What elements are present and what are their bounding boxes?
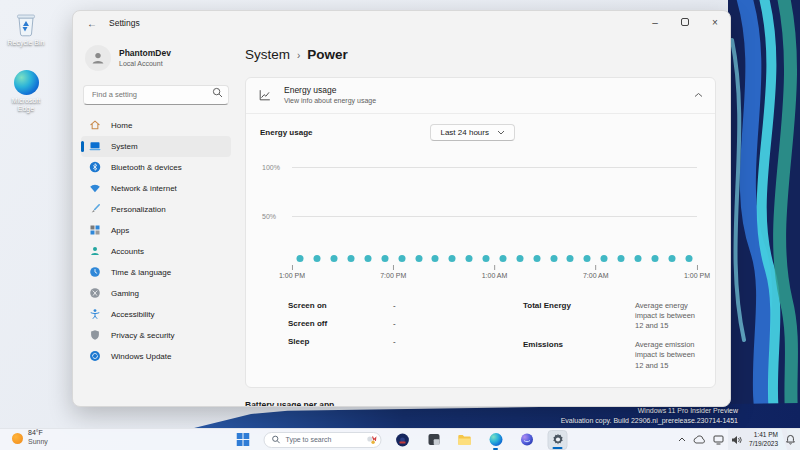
sidebar-item-gaming[interactable]: Gaming: [81, 283, 231, 304]
sidebar-item-network-internet[interactable]: Network & internet: [81, 178, 231, 199]
battery-usage-section: Battery usage per app Sort by:: [245, 400, 716, 406]
sidebar-item-label: Network & internet: [111, 184, 177, 193]
sidebar-item-time-language[interactable]: Time & language: [81, 262, 231, 283]
sidebar-item-label: Gaming: [111, 289, 139, 298]
desktop-icon-edge[interactable]: Microsoft Edge: [3, 70, 49, 112]
onedrive-icon[interactable]: [693, 435, 706, 444]
sidebar-item-accounts[interactable]: Accounts: [81, 241, 231, 262]
minimize-icon: –: [652, 17, 658, 28]
running-indicator: [553, 447, 563, 449]
sidebar-nav: Home System Bluetooth & devices Network …: [81, 115, 231, 367]
stat-screen-on: Screen on -: [288, 301, 523, 310]
x-tick: 7:00 AM: [583, 265, 609, 279]
account-summary[interactable]: PhantomDev Local Account: [81, 39, 231, 81]
x-tick: 1:00 AM: [482, 265, 508, 279]
chart-dot: [584, 255, 591, 262]
sidebar-item-apps[interactable]: Apps: [81, 220, 231, 241]
minimize-button[interactable]: –: [640, 11, 670, 33]
shield-icon: [89, 329, 101, 341]
sidebar-item-privacy-security[interactable]: Privacy & security: [81, 325, 231, 346]
sidebar: PhantomDev Local Account Home: [73, 35, 239, 406]
copilot-icon: [520, 433, 533, 446]
sidebar-item-label: Windows Update: [111, 352, 171, 361]
chart-dot: [668, 255, 675, 262]
chart-dot: [348, 255, 355, 262]
user-name: PhantomDev: [119, 48, 171, 59]
gear-icon: [551, 433, 564, 446]
system-tray: 1:41 PM 7/19/2023: [678, 429, 796, 450]
task-view-button[interactable]: [424, 430, 444, 450]
desktop-icon-label: Microsoft Edge: [3, 97, 49, 112]
chevron-down-icon: [497, 130, 505, 135]
taskbar-search[interactable]: Type to search: [264, 432, 382, 448]
chart-dot: [533, 255, 540, 262]
search-icon: [272, 435, 281, 444]
card-title: Energy usage: [284, 85, 376, 96]
maximize-button[interactable]: [670, 11, 700, 33]
x-tick: 1:00 PM: [279, 265, 305, 279]
battery-section-title: Battery usage per app: [245, 400, 716, 406]
sidebar-item-personalization[interactable]: Personalization: [81, 199, 231, 220]
copilot-button[interactable]: [517, 430, 537, 450]
chart-dot: [432, 255, 439, 262]
stat-value: -: [393, 337, 396, 346]
sidebar-item-home[interactable]: Home: [81, 115, 231, 136]
sidebar-item-label: Bluetooth & devices: [111, 163, 182, 172]
recycle-bin-icon: [13, 9, 39, 37]
y-tick-label: 100%: [262, 163, 280, 170]
time-range-dropdown[interactable]: Last 24 hours: [430, 124, 514, 141]
page-title: Power: [307, 47, 348, 62]
chart-plot: 100% 50%: [292, 167, 697, 265]
taskbar-clock[interactable]: 1:41 PM 7/19/2023: [749, 431, 778, 448]
apps-icon: [89, 224, 101, 236]
chevron-up-icon[interactable]: [694, 92, 703, 98]
taskbar: Type to search: [0, 428, 800, 450]
wifi-icon: [89, 182, 101, 194]
running-indicator: [493, 448, 498, 450]
breadcrumb-separator-icon: ›: [297, 50, 300, 61]
close-button[interactable]: ×: [700, 11, 730, 33]
chart-dot: [567, 255, 574, 262]
network-icon[interactable]: [713, 435, 724, 445]
notification-bell-icon[interactable]: [785, 434, 796, 445]
file-explorer-button[interactable]: [455, 430, 475, 450]
weather-condition: Sunny: [28, 438, 48, 447]
weather-widget[interactable]: 84°F Sunny: [6, 428, 54, 448]
wallpaper-bloom: [728, 0, 800, 450]
sidebar-item-accessibility[interactable]: Accessibility: [81, 304, 231, 325]
pinned-app-button[interactable]: [393, 430, 413, 450]
desktop-icon-recycle-bin[interactable]: Recycle Bin: [3, 9, 49, 47]
chart-dot: [381, 255, 388, 262]
chart-dot: [516, 255, 523, 262]
settings-window: ← Settings – ×: [72, 10, 731, 407]
sidebar-item-label: Home: [111, 121, 132, 130]
stat-label: Screen on: [288, 301, 393, 310]
chart-dot: [314, 255, 321, 262]
back-button[interactable]: ←: [83, 14, 101, 32]
sidebar-item-label: Privacy & security: [111, 331, 175, 340]
stat-total-energy: Total Energy Average energy impact is be…: [523, 301, 701, 331]
home-icon: [89, 119, 101, 131]
hidden-icons-chevron-icon[interactable]: [678, 437, 686, 442]
chart-dot: [483, 255, 490, 262]
settings-button[interactable]: [548, 430, 568, 450]
energy-usage-card-header[interactable]: Energy usage View info about energy usag…: [246, 78, 715, 113]
breadcrumb-root[interactable]: System: [245, 47, 290, 62]
edge-button[interactable]: [486, 430, 506, 450]
chart-icon: [258, 88, 272, 102]
edge-icon: [489, 433, 502, 446]
settings-search-input[interactable]: [83, 85, 229, 105]
windows-logo-icon: [236, 433, 249, 446]
brush-icon: [89, 203, 101, 215]
chart-dot: [618, 255, 625, 262]
window-title: Settings: [109, 18, 140, 28]
stat-sleep: Sleep -: [288, 337, 523, 346]
volume-icon[interactable]: [731, 435, 742, 445]
titlebar[interactable]: ← Settings – ×: [73, 11, 730, 35]
start-button[interactable]: [233, 430, 253, 450]
settings-search: [83, 83, 229, 105]
sidebar-item-windows-update[interactable]: Windows Update: [81, 346, 231, 367]
sidebar-item-system[interactable]: System: [81, 136, 231, 157]
person-icon: [90, 50, 106, 66]
sidebar-item-bluetooth-devices[interactable]: Bluetooth & devices: [81, 157, 231, 178]
